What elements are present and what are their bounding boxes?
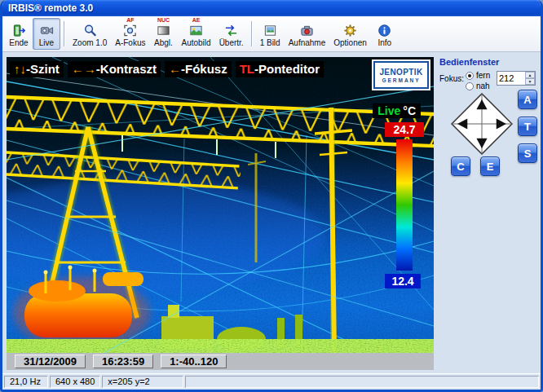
toolbar-button-aufnahme[interactable]: Aufnahme xyxy=(285,18,330,50)
toolbar-button-optionen[interactable]: Optionen xyxy=(329,18,371,50)
toolbar-label: 1 Bild xyxy=(260,38,280,47)
thermal-image[interactable] xyxy=(7,57,434,353)
temperature-color-scale xyxy=(396,139,413,271)
logo-country-text: GERMANY xyxy=(382,77,420,83)
button-c[interactable]: C xyxy=(451,156,470,176)
focus-radio-fern[interactable]: fern xyxy=(466,71,490,80)
toolbar: Ende Live Zoom 1.0 AF A-Fokus NUC Abgl. … xyxy=(2,16,541,52)
toolbar-button-abgleich[interactable]: NUC Abgl. xyxy=(149,18,177,50)
toolbar-label: Autobild xyxy=(181,38,210,47)
radio-label: fern xyxy=(476,71,490,80)
radio-label: nah xyxy=(476,81,490,90)
hint-label: -Szint xyxy=(26,62,60,76)
radio-icon xyxy=(466,82,474,90)
toolbar-button-1bild[interactable]: 1 Bild xyxy=(256,18,285,50)
hint-prefix: ← xyxy=(169,62,181,76)
focus-label: Fokus: xyxy=(439,74,464,83)
toolbar-button-uebertragung[interactable]: Übertr. xyxy=(215,18,248,50)
status-bar: 21,0 Hz 640 x 480 x=205 y=2 xyxy=(2,373,541,390)
magnifier-icon xyxy=(83,24,97,37)
panel-title: Bedienfenster xyxy=(439,57,499,67)
live-label: Live xyxy=(377,104,400,117)
status-filler-panel xyxy=(185,376,539,388)
toolbar-label: Ende xyxy=(9,38,28,47)
auto-image-icon xyxy=(189,24,203,37)
toolbar-label: Optionen xyxy=(333,38,367,47)
titlebar[interactable]: IRBIS® remote 3.0 xyxy=(2,0,541,16)
hint-label: -Fókusz xyxy=(181,62,227,76)
spin-down-button[interactable]: ▼ xyxy=(525,78,535,85)
logo-brand-text: JENOPTIK xyxy=(379,68,422,77)
toolbar-label: Abgl. xyxy=(154,38,173,47)
key-hints-overlay: ↑↓-Szint ←→-Kontraszt ←-Fókusz TL-Ponted… xyxy=(10,61,324,77)
window-title: IRBIS® remote 3.0 xyxy=(8,2,93,14)
toolbar-separator xyxy=(64,21,65,46)
info-icon xyxy=(377,24,391,37)
hint-label: -Kontraszt xyxy=(96,62,157,76)
toolbar-label: Aufnahme xyxy=(289,38,326,47)
toolbar-button-afokus[interactable]: AF A-Fokus xyxy=(111,18,149,50)
record-icon xyxy=(300,24,314,37)
hint-prefix: ←→ xyxy=(72,62,96,76)
main-area: ↑↓-Szint ←→-Kontraszt ←-Fókusz TL-Ponted… xyxy=(2,52,541,373)
exit-door-icon xyxy=(12,24,26,37)
af-badge: AF xyxy=(126,17,134,23)
toolbar-separator xyxy=(251,21,253,46)
cursor-position-status: x=205 y=2 xyxy=(102,376,183,388)
unit-label: °C xyxy=(403,104,416,117)
single-frame-icon xyxy=(263,24,277,37)
focus-value-spinner: ▲ ▼ xyxy=(497,71,536,86)
radio-icon xyxy=(466,72,474,80)
button-s[interactable]: S xyxy=(518,143,537,163)
scale-max-value: 24.7 xyxy=(385,122,424,137)
hint-label: -Ponteditor xyxy=(254,62,320,76)
hint-point-editor: TL-Ponteditor xyxy=(236,61,324,77)
control-panel: Bedienfenster Fokus: fern nah ▲ ▼ xyxy=(438,57,539,370)
hint-level: ↑↓-Szint xyxy=(10,61,64,77)
date-display: 31/12/2009 xyxy=(15,355,86,368)
live-video-icon xyxy=(40,24,54,37)
button-e[interactable]: E xyxy=(480,156,500,176)
toolbar-button-info[interactable]: Info xyxy=(371,18,399,50)
ae-badge: AE xyxy=(192,17,201,23)
spinner-arrows: ▲ ▼ xyxy=(525,72,535,85)
toolbar-button-ende[interactable]: Ende xyxy=(5,18,33,50)
gear-icon xyxy=(343,24,357,37)
nuc-badge: NUC xyxy=(157,17,170,23)
spin-up-button[interactable]: ▲ xyxy=(525,72,535,78)
toolbar-label: A-Fokus xyxy=(115,38,145,47)
toolbar-label: Live xyxy=(39,38,54,47)
hint-contrast: ←→-Kontraszt xyxy=(68,61,161,77)
hint-prefix: ↑↓ xyxy=(14,62,26,76)
hint-focus: ←-Fókusz xyxy=(165,61,232,77)
jenoptik-logo: JENOPTIK GERMANY xyxy=(372,59,430,90)
jenoptik-logo-frame: JENOPTIK GERMANY xyxy=(373,61,429,89)
button-a[interactable]: A xyxy=(518,90,537,109)
nuc-calibration-icon xyxy=(157,24,170,37)
autofocus-icon xyxy=(123,24,137,37)
toolbar-label: Zoom 1.0 xyxy=(73,38,107,47)
scale-min-value: 12.4 xyxy=(385,274,421,288)
thermal-image-view: ↑↓-Szint ←→-Kontraszt ←-Fókusz TL-Ponted… xyxy=(7,57,434,370)
resolution-status: 640 x 480 xyxy=(50,376,100,388)
time-display: 16:23:59 xyxy=(93,355,153,368)
button-t[interactable]: T xyxy=(518,117,537,136)
toolbar-label: Info xyxy=(378,38,392,47)
toolbar-button-zoom[interactable]: Zoom 1.0 xyxy=(68,18,111,50)
toolbar-label: Übertr. xyxy=(219,38,244,47)
focus-radio-nah[interactable]: nah xyxy=(466,81,490,90)
live-temperature-label: Live°C xyxy=(373,104,421,118)
image-info-bar: 31/12/2009 16:23:59 1:-40..120 xyxy=(7,353,434,370)
focus-value-input[interactable] xyxy=(497,72,525,85)
toolbar-button-autobild[interactable]: AE Autobild xyxy=(177,18,214,50)
toolbar-button-live[interactable]: Live xyxy=(33,18,60,50)
hint-prefix: TL xyxy=(240,62,254,76)
range-display: 1:-40..120 xyxy=(161,355,227,368)
transfer-icon xyxy=(224,24,238,37)
framerate-status: 21,0 Hz xyxy=(4,376,48,388)
app-window: IRBIS® remote 3.0 Ende Live Zoom 1.0 AF … xyxy=(0,0,543,392)
pan-control-pad xyxy=(451,93,513,155)
